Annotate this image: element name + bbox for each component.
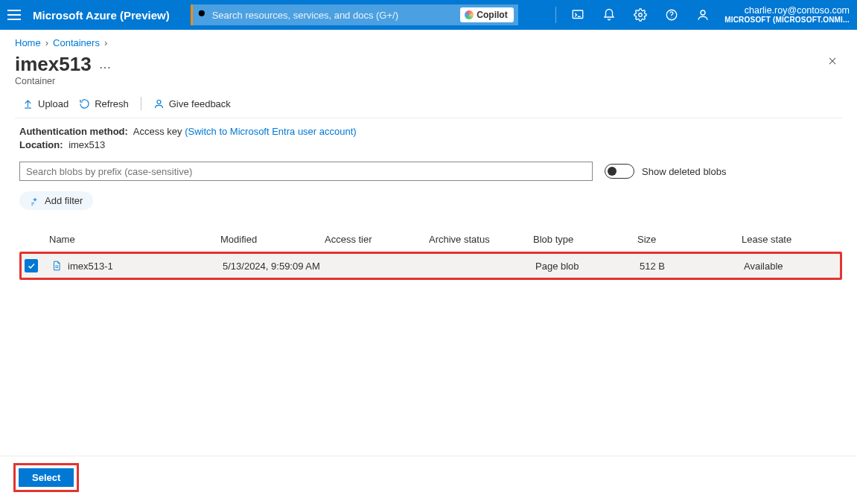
toggle-knob — [608, 167, 617, 176]
svg-point-4 — [639, 13, 643, 17]
breadcrumb-home[interactable]: Home — [15, 37, 41, 48]
location-label: Location: — [19, 139, 63, 150]
global-search[interactable]: Copilot — [191, 4, 518, 25]
copilot-icon — [465, 10, 474, 19]
title-bar: imex513 ⋯ — [0, 51, 857, 76]
notifications-icon[interactable] — [596, 0, 622, 30]
settings-icon[interactable] — [628, 0, 653, 30]
blob-table: Name Modified Access tier Archive status… — [0, 217, 857, 280]
page-subtitle: Container — [0, 76, 857, 86]
col-accesstier[interactable]: Access tier — [325, 234, 429, 245]
cell-blobtype: Page blob — [535, 261, 640, 272]
col-modified[interactable]: Modified — [220, 234, 325, 245]
col-name[interactable]: Name — [49, 234, 220, 245]
feedback-icon[interactable] — [690, 0, 716, 30]
chevron-right-icon: › — [104, 37, 107, 48]
col-archivestatus[interactable]: Archive status — [429, 234, 533, 245]
svg-point-0 — [198, 10, 204, 16]
refresh-label: Refresh — [95, 98, 129, 109]
col-size[interactable]: Size — [637, 234, 742, 245]
upload-label: Upload — [38, 98, 69, 109]
account-tenant: MICROSOFT (MICROSOFT.ONMI... — [724, 16, 850, 24]
auth-value: Access key — [133, 126, 182, 137]
global-search-input[interactable] — [212, 10, 456, 21]
divider — [0, 456, 857, 456]
divider — [555, 7, 556, 23]
cell-leasestate: Available — [744, 261, 841, 272]
brand-label[interactable]: Microsoft Azure (Preview) — [33, 9, 170, 22]
row-checkbox[interactable] — [25, 259, 38, 272]
menu-icon[interactable] — [7, 10, 21, 20]
svg-point-7 — [701, 10, 705, 15]
file-icon — [51, 260, 62, 272]
breadcrumb-containers[interactable]: Containers — [53, 37, 100, 48]
show-deleted-toggle[interactable] — [605, 164, 634, 179]
chevron-right-icon: › — [45, 37, 48, 48]
svg-line-1 — [204, 16, 206, 18]
copilot-label: Copilot — [477, 10, 507, 20]
select-button[interactable]: Select — [19, 468, 74, 487]
location-value: imex513 — [69, 139, 105, 150]
account-menu[interactable]: charlie.roy@contoso.com MICROSOFT (MICRO… — [724, 6, 850, 25]
cloud-shell-icon[interactable] — [565, 0, 590, 30]
command-bar: Upload Refresh Give feedback — [0, 86, 857, 118]
svg-point-11 — [157, 100, 161, 103]
help-icon[interactable] — [659, 0, 684, 30]
feedback-label: Give feedback — [169, 98, 231, 109]
auth-switch-link[interactable]: (Switch to Microsoft Entra user account) — [185, 126, 356, 137]
refresh-button[interactable]: Refresh — [79, 98, 129, 109]
close-icon[interactable] — [827, 56, 838, 68]
show-deleted-label: Show deleted blobs — [642, 166, 726, 177]
more-icon[interactable]: ⋯ — [99, 60, 111, 74]
upload-button[interactable]: Upload — [22, 98, 69, 109]
account-email: charlie.roy@contoso.com — [724, 6, 850, 16]
cell-size: 512 B — [640, 261, 744, 272]
table-header: Name Modified Access tier Archive status… — [19, 226, 842, 252]
prefix-search-input[interactable] — [19, 162, 593, 181]
highlighted-select: Select — [13, 463, 79, 492]
copilot-button[interactable]: Copilot — [460, 7, 513, 22]
col-leasestate[interactable]: Lease state — [742, 234, 838, 245]
add-filter-label: Add filter — [45, 195, 83, 206]
auth-label: Authentication method: — [19, 126, 128, 137]
meta-block: Authentication method: Access key (Switc… — [0, 118, 857, 157]
cell-name: imex513-1 — [68, 261, 113, 272]
add-filter-button[interactable]: Add filter — [19, 191, 93, 210]
filter-bar: Show deleted blobs — [0, 157, 857, 181]
feedback-button[interactable]: Give feedback — [153, 98, 231, 109]
svg-point-6 — [672, 17, 672, 18]
search-icon — [197, 9, 208, 22]
cell-modified: 5/13/2024, 9:59:09 AM — [223, 261, 327, 272]
topbar: Microsoft Azure (Preview) Copilot charli… — [0, 0, 857, 30]
table-row[interactable]: imex513-1 5/13/2024, 9:59:09 AM Page blo… — [22, 254, 840, 278]
col-blobtype[interactable]: Blob type — [533, 234, 637, 245]
breadcrumb: Home › Containers › — [0, 30, 857, 51]
divider — [141, 97, 141, 110]
page-title: imex513 — [15, 53, 92, 76]
highlighted-row: imex513-1 5/13/2024, 9:59:09 AM Page blo… — [19, 252, 842, 280]
